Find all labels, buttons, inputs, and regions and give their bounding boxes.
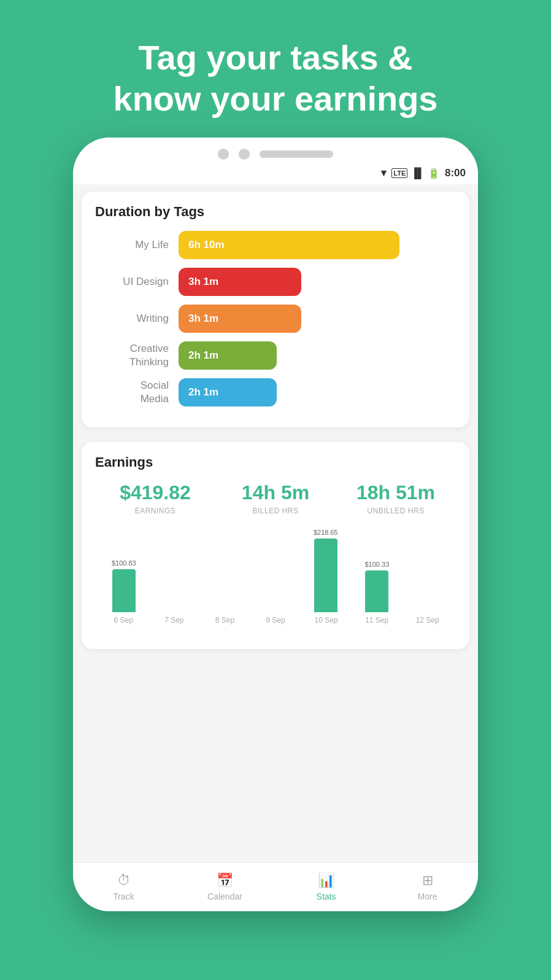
battery-icon: 🔋 [428,168,440,179]
billed-value: 14h 5m [215,481,336,504]
duration-card-title: Duration by Tags [95,204,456,220]
bar-writing: 3h 1m [179,305,301,333]
track-icon: ⏱ [117,873,131,889]
bar-label-creative: CreativeThinking [95,342,169,369]
earnings-card-title: Earnings [95,454,456,470]
bar-label-writing: Writing [95,312,169,325]
earnings-chart: $100.83 [95,526,456,637]
bottom-nav: ⏱ Track 📅 Calendar 📊 Stats ⊞ More [73,862,478,911]
phone-content: Duration by Tags My Life 6h 10m UI Desig… [73,184,478,862]
bar-mylife: 6h 10m [179,231,399,259]
hero-text: Tag your tasks & know your earnings [77,0,475,138]
nav-track[interactable]: ⏱ Track [73,863,174,911]
nav-more[interactable]: ⊞ More [377,863,478,911]
chart-date-labels: 6 Sep 7 Sep 8 Sep 9 Sep 10 Sep 11 Sep 12… [95,612,456,624]
amount-11sep: $100.33 [365,561,390,568]
chart-bars: $100.83 [95,526,456,612]
chart-bar-10sep: $218.65 [314,529,338,612]
label-7sep: 7 Sep [160,616,189,624]
lte-badge: LTE [391,168,407,178]
hero-line2: know your earnings [114,78,438,119]
stat-unbilled: 18h 51m UNBILLED HRS [336,481,456,515]
label-10sep: 10 Sep [312,616,341,624]
stat-billed: 14h 5m BILLED HRS [215,481,336,515]
earnings-stats: $419.82 EARNINGS 14h 5m BILLED HRS 18h 5… [95,481,456,515]
speaker-bar [260,150,333,158]
bar-label-uidesign: UI Design [95,275,169,289]
track-label: Track [113,892,134,901]
bar-row-creative: CreativeThinking 2h 1m [95,341,456,370]
bar-10sep [314,539,337,612]
stat-earnings: $419.82 EARNINGS [95,481,215,515]
phone-notch [73,138,478,165]
more-icon: ⊞ [422,873,433,889]
bar-social: 2h 1m [179,378,277,406]
stats-icon: 📊 [318,873,334,889]
hero-line1: Tag your tasks & [114,37,438,78]
calendar-icon: 📅 [217,873,233,889]
label-8sep: 8 Sep [210,616,239,624]
duration-card: Duration by Tags My Life 6h 10m UI Desig… [82,192,469,427]
more-label: More [418,892,437,901]
bar-row-writing: Writing 3h 1m [95,305,456,333]
wifi-icon: ▼ [379,168,388,179]
unbilled-value: 18h 51m [336,481,456,504]
bar-6sep [112,569,136,612]
amount-10sep: $218.65 [314,529,338,536]
billed-label: BILLED HRS [215,507,336,515]
earnings-value: $419.82 [95,481,215,504]
bar-11sep [365,570,388,612]
bar-label-social: SocialMedia [95,379,169,406]
bar-row-uidesign: UI Design 3h 1m [95,268,456,296]
label-11sep: 11 Sep [362,616,391,624]
unbilled-label: UNBILLED HRS [336,507,456,515]
nav-stats[interactable]: 📊 Stats [276,863,377,911]
amount-6sep: $100.83 [112,559,136,567]
camera-dot [218,149,229,160]
bar-label-mylife: My Life [95,238,169,252]
calendar-label: Calendar [207,892,242,901]
chart-bar-11sep: $100.33 [365,561,390,612]
earnings-card: Earnings $419.82 EARNINGS 14h 5m BILLED … [82,442,469,649]
bar-creative: 2h 1m [179,341,277,370]
phone-frame: ▼ LTE ▐▌ 🔋 8:00 Duration by Tags My Life… [73,138,478,911]
status-bar: ▼ LTE ▐▌ 🔋 8:00 [73,165,478,184]
label-6sep: 6 Sep [109,616,138,624]
label-9sep: 9 Sep [261,616,290,624]
label-12sep: 12 Sep [413,616,442,624]
bar-row-social: SocialMedia 2h 1m [95,378,456,406]
bar-uidesign: 3h 1m [179,268,301,296]
camera-dot2 [239,149,250,160]
chart-bar-6sep: $100.83 [112,559,136,612]
status-time: 8:00 [445,167,466,179]
earnings-label: EARNINGS [95,507,215,515]
signal-icon: ▐▌ [410,168,425,179]
stats-label: Stats [317,892,336,901]
bar-row-mylife: My Life 6h 10m [95,231,456,259]
nav-calendar[interactable]: 📅 Calendar [174,863,276,911]
status-icons: ▼ LTE ▐▌ 🔋 [379,168,439,179]
